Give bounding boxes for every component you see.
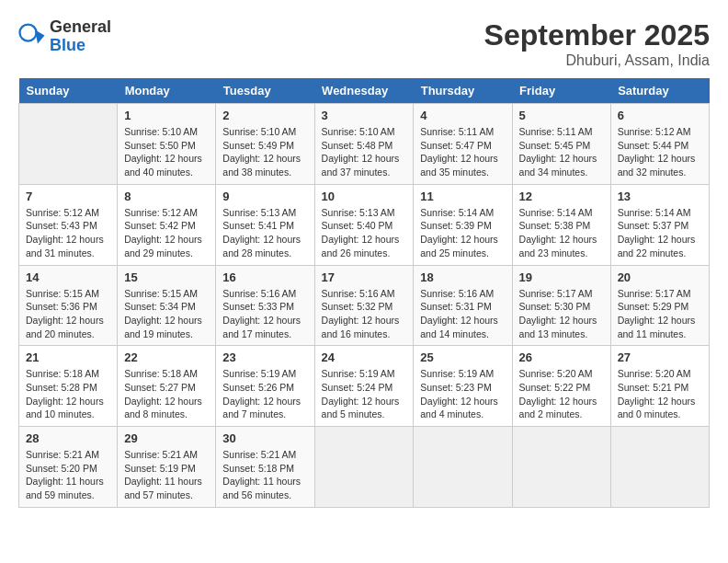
- day-number: 17: [322, 270, 407, 284]
- calendar-cell: 21Sunrise: 5:18 AM Sunset: 5:28 PM Dayli…: [19, 346, 118, 427]
- location: Dhuburi, Assam, India: [484, 52, 710, 69]
- day-number: 19: [519, 270, 604, 284]
- calendar-cell: 11Sunrise: 5:14 AM Sunset: 5:39 PM Dayli…: [414, 184, 512, 265]
- day-number: 24: [322, 350, 407, 364]
- weekday-header: Sunday: [19, 78, 118, 104]
- calendar-cell: 26Sunrise: 5:20 AM Sunset: 5:22 PM Dayli…: [512, 346, 610, 427]
- day-info: Sunrise: 5:21 AM Sunset: 5:20 PM Dayligh…: [26, 448, 110, 502]
- day-info: Sunrise: 5:21 AM Sunset: 5:18 PM Dayligh…: [222, 448, 307, 502]
- day-info: Sunrise: 5:10 AM Sunset: 5:49 PM Dayligh…: [222, 125, 307, 179]
- day-number: 5: [519, 109, 604, 122]
- calendar-cell: 23Sunrise: 5:19 AM Sunset: 5:26 PM Dayli…: [216, 346, 314, 427]
- calendar-cell: 9Sunrise: 5:13 AM Sunset: 5:41 PM Daylig…: [216, 184, 314, 265]
- title-block: September 2025 Dhuburi, Assam, India: [484, 18, 710, 69]
- calendar-cell: 25Sunrise: 5:19 AM Sunset: 5:23 PM Dayli…: [414, 346, 512, 427]
- day-info: Sunrise: 5:12 AM Sunset: 5:44 PM Dayligh…: [618, 125, 702, 179]
- day-info: Sunrise: 5:18 AM Sunset: 5:28 PM Dayligh…: [26, 367, 110, 421]
- weekday-header: Friday: [512, 78, 610, 104]
- day-number: 20: [618, 270, 702, 284]
- day-number: 23: [222, 350, 307, 364]
- day-info: Sunrise: 5:16 AM Sunset: 5:31 PM Dayligh…: [420, 287, 505, 341]
- calendar-cell: 16Sunrise: 5:16 AM Sunset: 5:33 PM Dayli…: [216, 265, 314, 346]
- day-info: Sunrise: 5:19 AM Sunset: 5:23 PM Dayligh…: [420, 367, 505, 421]
- day-number: 29: [124, 431, 209, 445]
- calendar-cell: 18Sunrise: 5:16 AM Sunset: 5:31 PM Dayli…: [414, 265, 512, 346]
- calendar-week-row: 1Sunrise: 5:10 AM Sunset: 5:50 PM Daylig…: [19, 104, 710, 185]
- day-number: 1: [124, 109, 209, 122]
- svg-marker-1: [35, 29, 45, 43]
- day-info: Sunrise: 5:14 AM Sunset: 5:38 PM Dayligh…: [519, 206, 604, 260]
- day-number: 6: [618, 109, 702, 122]
- calendar-cell: 24Sunrise: 5:19 AM Sunset: 5:24 PM Dayli…: [314, 346, 414, 427]
- day-number: 27: [618, 350, 702, 364]
- day-number: 28: [26, 431, 110, 445]
- calendar-cell: 22Sunrise: 5:18 AM Sunset: 5:27 PM Dayli…: [118, 346, 216, 427]
- calendar-cell: 4Sunrise: 5:11 AM Sunset: 5:47 PM Daylig…: [414, 104, 512, 185]
- day-info: Sunrise: 5:17 AM Sunset: 5:30 PM Dayligh…: [519, 287, 604, 341]
- weekday-header: Tuesday: [216, 78, 314, 104]
- calendar-week-row: 21Sunrise: 5:18 AM Sunset: 5:28 PM Dayli…: [19, 346, 710, 427]
- day-info: Sunrise: 5:15 AM Sunset: 5:36 PM Dayligh…: [26, 287, 110, 341]
- day-info: Sunrise: 5:12 AM Sunset: 5:43 PM Dayligh…: [26, 206, 110, 260]
- calendar-cell: 5Sunrise: 5:11 AM Sunset: 5:45 PM Daylig…: [512, 104, 610, 185]
- day-number: 8: [124, 190, 209, 203]
- day-info: Sunrise: 5:21 AM Sunset: 5:19 PM Dayligh…: [124, 448, 209, 502]
- calendar-week-row: 14Sunrise: 5:15 AM Sunset: 5:36 PM Dayli…: [19, 265, 710, 346]
- calendar-cell: 28Sunrise: 5:21 AM Sunset: 5:20 PM Dayli…: [19, 427, 118, 508]
- calendar-cell: [414, 427, 512, 508]
- day-info: Sunrise: 5:16 AM Sunset: 5:32 PM Dayligh…: [322, 287, 407, 341]
- calendar-cell: [19, 104, 118, 185]
- logo: General Blue: [18, 18, 111, 55]
- day-number: 15: [124, 270, 209, 284]
- calendar-cell: 2Sunrise: 5:10 AM Sunset: 5:49 PM Daylig…: [216, 104, 314, 185]
- calendar-header-row: SundayMondayTuesdayWednesdayThursdayFrid…: [19, 78, 710, 104]
- day-info: Sunrise: 5:13 AM Sunset: 5:40 PM Dayligh…: [322, 206, 407, 260]
- weekday-header: Saturday: [610, 78, 709, 104]
- day-info: Sunrise: 5:13 AM Sunset: 5:41 PM Dayligh…: [222, 206, 307, 260]
- weekday-header: Wednesday: [314, 78, 414, 104]
- day-number: 21: [26, 350, 110, 364]
- logo-icon: [18, 23, 46, 51]
- day-number: 3: [322, 109, 407, 122]
- day-info: Sunrise: 5:20 AM Sunset: 5:21 PM Dayligh…: [618, 367, 702, 421]
- day-number: 11: [420, 190, 505, 203]
- day-info: Sunrise: 5:15 AM Sunset: 5:34 PM Dayligh…: [124, 287, 209, 341]
- calendar-cell: 19Sunrise: 5:17 AM Sunset: 5:30 PM Dayli…: [512, 265, 610, 346]
- day-number: 16: [222, 270, 307, 284]
- weekday-header: Thursday: [414, 78, 512, 104]
- calendar-cell: [512, 427, 610, 508]
- logo-text: General Blue: [50, 18, 111, 55]
- day-info: Sunrise: 5:12 AM Sunset: 5:42 PM Dayligh…: [124, 206, 209, 260]
- calendar-cell: 13Sunrise: 5:14 AM Sunset: 5:37 PM Dayli…: [610, 184, 709, 265]
- day-number: 30: [222, 431, 307, 445]
- day-number: 7: [26, 190, 110, 203]
- day-number: 12: [519, 190, 604, 203]
- day-info: Sunrise: 5:14 AM Sunset: 5:39 PM Dayligh…: [420, 206, 505, 260]
- calendar-cell: 12Sunrise: 5:14 AM Sunset: 5:38 PM Dayli…: [512, 184, 610, 265]
- calendar-cell: 8Sunrise: 5:12 AM Sunset: 5:42 PM Daylig…: [118, 184, 216, 265]
- day-number: 22: [124, 350, 209, 364]
- day-number: 9: [222, 190, 307, 203]
- day-info: Sunrise: 5:19 AM Sunset: 5:26 PM Dayligh…: [222, 367, 307, 421]
- calendar-cell: [314, 427, 414, 508]
- calendar-cell: 15Sunrise: 5:15 AM Sunset: 5:34 PM Dayli…: [118, 265, 216, 346]
- day-info: Sunrise: 5:20 AM Sunset: 5:22 PM Dayligh…: [519, 367, 604, 421]
- day-info: Sunrise: 5:14 AM Sunset: 5:37 PM Dayligh…: [618, 206, 702, 260]
- page-header: General Blue September 2025 Dhuburi, Ass…: [18, 18, 710, 69]
- calendar-cell: 20Sunrise: 5:17 AM Sunset: 5:29 PM Dayli…: [610, 265, 709, 346]
- calendar-cell: 27Sunrise: 5:20 AM Sunset: 5:21 PM Dayli…: [610, 346, 709, 427]
- day-info: Sunrise: 5:10 AM Sunset: 5:50 PM Dayligh…: [124, 125, 209, 179]
- calendar-cell: [610, 427, 709, 508]
- day-info: Sunrise: 5:16 AM Sunset: 5:33 PM Dayligh…: [222, 287, 307, 341]
- calendar-cell: 3Sunrise: 5:10 AM Sunset: 5:48 PM Daylig…: [314, 104, 414, 185]
- day-info: Sunrise: 5:18 AM Sunset: 5:27 PM Dayligh…: [124, 367, 209, 421]
- calendar-cell: 6Sunrise: 5:12 AM Sunset: 5:44 PM Daylig…: [610, 104, 709, 185]
- day-info: Sunrise: 5:17 AM Sunset: 5:29 PM Dayligh…: [618, 287, 702, 341]
- calendar-cell: 1Sunrise: 5:10 AM Sunset: 5:50 PM Daylig…: [118, 104, 216, 185]
- day-number: 10: [322, 190, 407, 203]
- calendar-cell: 7Sunrise: 5:12 AM Sunset: 5:43 PM Daylig…: [19, 184, 118, 265]
- calendar-week-row: 28Sunrise: 5:21 AM Sunset: 5:20 PM Dayli…: [19, 427, 710, 508]
- calendar-table: SundayMondayTuesdayWednesdayThursdayFrid…: [18, 78, 710, 508]
- calendar-cell: 10Sunrise: 5:13 AM Sunset: 5:40 PM Dayli…: [314, 184, 414, 265]
- day-number: 18: [420, 270, 505, 284]
